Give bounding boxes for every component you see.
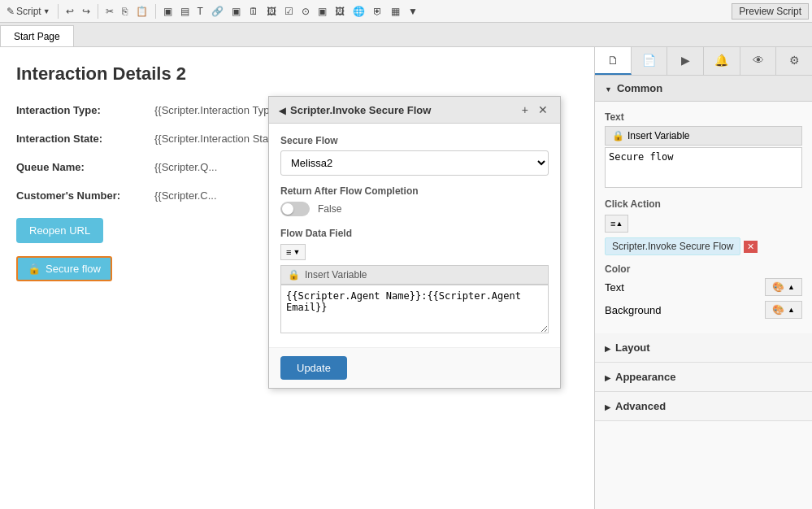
insert-var-icon-right: 🔒	[612, 130, 624, 141]
tb15[interactable]: ▼	[405, 4, 421, 19]
text-color-label: Text	[605, 281, 624, 294]
background-color-row: Background 🎨 ▲	[605, 301, 802, 319]
right-tab-actions[interactable]: ⚙	[776, 47, 812, 75]
action-chip: Scripter.Invoke Secure Flow	[605, 237, 740, 255]
start-page-tab[interactable]: Start Page	[0, 25, 74, 46]
appearance-section-header[interactable]: Appearance	[595, 363, 812, 392]
redo-btn[interactable]: ↪	[79, 4, 93, 19]
tb7[interactable]: 🖼	[263, 4, 280, 19]
main-layout: Interaction Details 2 Interaction Type: …	[0, 47, 812, 509]
toggle-knob	[282, 203, 293, 215]
return-toggle[interactable]	[280, 202, 310, 216]
return-flow-label: Return After Flow Completion	[280, 185, 549, 197]
layout-section-header[interactable]: Layout	[595, 333, 812, 363]
tb10[interactable]: ▣	[315, 4, 330, 19]
text-color-row: Text 🎨 ▲	[605, 278, 802, 296]
paste-btn[interactable]: 📋	[132, 4, 151, 19]
layout-chevron-icon	[605, 342, 610, 354]
tb14[interactable]: ▦	[388, 4, 403, 19]
color-label: Color	[605, 263, 802, 275]
toolbar: ✎ Script ▼ ↩ ↪ ✂ ⎘ 📋 ▣ ▤ T 🔗 ▣ 🗓 🖼 ☑ ⊙ ▣…	[0, 0, 812, 23]
modal-body: Secure Flow Melissa2 Return After Flow C…	[269, 124, 560, 347]
secure-flow-button[interactable]: 🔒 Secure flow	[16, 256, 112, 281]
tb2[interactable]: ▤	[177, 4, 193, 19]
queue-name-label: Queue Name:	[16, 161, 154, 173]
click-action-prop-label: Click Action	[605, 198, 802, 210]
background-label: Background	[605, 304, 661, 316]
sep2	[98, 4, 98, 19]
flow-data-menu-btn[interactable]: ≡ ▼	[280, 244, 306, 260]
tb6[interactable]: 🗓	[245, 4, 262, 19]
interaction-state-label: Interaction State:	[16, 133, 154, 145]
flow-data-field-label: Flow Data Field	[280, 228, 549, 239]
right-tab-events[interactable]: 🔔	[704, 47, 740, 75]
bg-color-icon: 🎨	[772, 304, 784, 315]
interaction-state-value: {{Scripter.Interaction State}}	[154, 133, 284, 145]
tb4[interactable]: 🔗	[208, 4, 227, 19]
flow-data-textarea[interactable]: {{Scripter.Agent Name}}:{{Scripter.Agent…	[280, 285, 549, 333]
preview-script-btn[interactable]: Preview Script	[732, 3, 809, 20]
tb5[interactable]: ▣	[228, 4, 244, 19]
queue-name-value: {{Scripter.Q...	[154, 161, 217, 173]
menu-icon: ≡	[286, 247, 291, 257]
customer-number-value: {{Scripter.C...	[154, 189, 217, 202]
toggle-row: False	[280, 202, 549, 216]
background-color-btn[interactable]: 🎨 ▲	[765, 301, 802, 319]
modal-header: Scripter.Invoke Secure Flow + ✕	[269, 97, 560, 124]
script-menu-btn[interactable]: ✎ Script ▼	[3, 4, 54, 19]
undo-btn[interactable]: ↩	[63, 4, 77, 19]
copy-btn[interactable]: ⎘	[119, 4, 131, 19]
sep3	[155, 4, 156, 19]
update-button[interactable]: Update	[280, 356, 347, 380]
secure-flow-field-label: Secure Flow	[280, 135, 549, 146]
toggle-value-label: False	[318, 203, 341, 215]
tb1[interactable]: ▣	[160, 4, 176, 19]
color-section: Color Text 🎨 ▲ Background 🎨 ▲	[605, 263, 802, 319]
tabbar: Start Page	[0, 23, 812, 47]
right-tab-page[interactable]: 📄	[632, 47, 668, 75]
tb13[interactable]: ⛨	[370, 4, 386, 19]
modal-close-btn[interactable]: ✕	[536, 103, 550, 116]
text-prop-label: Text	[605, 111, 802, 123]
tb9[interactable]: ⊙	[298, 4, 313, 19]
sep1	[58, 4, 59, 19]
page-title: Interaction Details 2	[16, 63, 578, 85]
menu-dropdown-icon: ▼	[293, 248, 300, 256]
right-tab-properties[interactable]: 🗋	[595, 47, 632, 75]
text-color-icon: 🎨	[772, 281, 784, 293]
click-action-menu-btn[interactable]: ≡ ▲	[605, 215, 628, 233]
modal-invoke-secure-flow: Scripter.Invoke Secure Flow + ✕ Secure F…	[268, 96, 561, 389]
right-tabs: 🗋 📄 ▶ 🔔 👁 ⚙	[595, 47, 812, 76]
tb3[interactable]: T	[194, 4, 206, 19]
action-menu-arrow: ▲	[615, 220, 623, 228]
customer-number-label: Customer's Number:	[16, 189, 154, 202]
modal-back-icon[interactable]	[279, 104, 285, 116]
secure-flow-select[interactable]: Melissa2	[280, 150, 549, 176]
right-tab-run[interactable]: ▶	[667, 47, 704, 75]
text-value-input[interactable]: Secure flow	[605, 147, 802, 188]
right-panel: 🗋 📄 ▶ 🔔 👁 ⚙ Common Text 🔒 Insert Variabl…	[594, 47, 812, 509]
script-icon: ✎	[7, 6, 15, 17]
cut-btn[interactable]: ✂	[102, 4, 117, 19]
interaction-type-value: {{Scripter.Interaction Type}}	[154, 104, 282, 116]
common-section-content: Text 🔒 Insert Variable Secure flow Click…	[595, 102, 812, 333]
bg-color-arrow: ▲	[788, 306, 795, 314]
common-section-header[interactable]: Common	[595, 76, 812, 102]
reopen-url-button[interactable]: Reopen URL	[16, 218, 103, 243]
modal-header-actions: + ✕	[519, 103, 550, 116]
modal-add-btn[interactable]: +	[519, 103, 531, 116]
canvas: Interaction Details 2 Interaction Type: …	[0, 47, 594, 509]
interaction-type-label: Interaction Type:	[16, 104, 154, 116]
tb8[interactable]: ☑	[281, 4, 297, 19]
tb12[interactable]: 🌐	[350, 4, 368, 19]
insert-variable-btn[interactable]: 🔒 Insert Variable	[605, 126, 802, 146]
tb11[interactable]: 🖼	[332, 4, 348, 19]
appearance-chevron-icon	[605, 371, 610, 383]
right-tab-preview[interactable]: 👁	[740, 47, 777, 75]
action-chip-remove-btn[interactable]: ✕	[744, 241, 758, 253]
modal-title: Scripter.Invoke Secure Flow	[279, 104, 431, 116]
insert-variable-row[interactable]: 🔒 Insert Variable	[280, 265, 549, 285]
common-chevron-icon	[605, 82, 612, 94]
text-color-btn[interactable]: 🎨 ▲	[765, 278, 802, 296]
advanced-section-header[interactable]: Advanced	[595, 392, 812, 421]
